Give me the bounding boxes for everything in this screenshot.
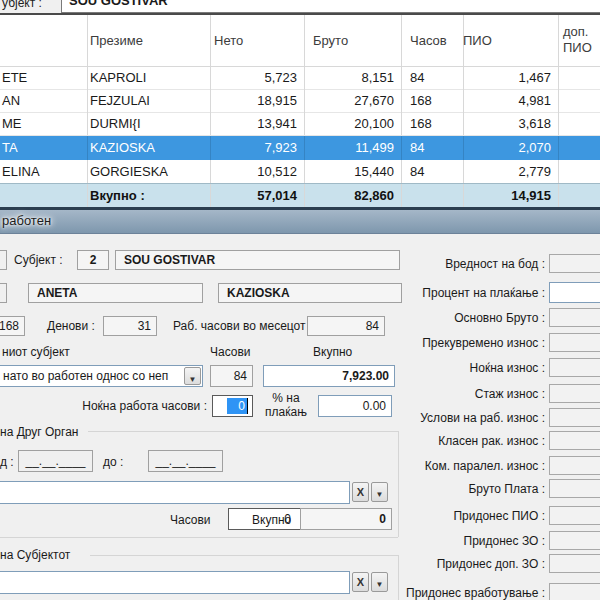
- cell-name: ELINA: [0, 160, 88, 183]
- value-field[interactable]: [549, 282, 600, 303]
- table-total-row: Вкупно : 57,014 82,860 14,915: [0, 183, 600, 208]
- cell-dop-pio: [559, 66, 600, 89]
- value-field: [549, 583, 600, 600]
- value-field: [549, 333, 600, 352]
- group-border: [0, 537, 398, 538]
- cell-pio: 2,779: [455, 160, 559, 183]
- total-label: Вкупно :: [85, 184, 211, 208]
- cell-neto: 18,915: [205, 89, 305, 112]
- first-name-field: ANETA: [28, 283, 203, 303]
- table-row[interactable]: ETE KAPROLI 5,723 8,151 84 1,467: [0, 66, 600, 90]
- cell-surname: KAPROLI: [85, 66, 211, 89]
- value-field: [549, 408, 600, 427]
- employment-group-label: ниот субјект: [2, 345, 70, 359]
- cell-dop-pio: [559, 136, 600, 160]
- month-hours-label: Раб. часови во месецот :: [173, 319, 312, 333]
- total-neto: 57,014: [205, 184, 305, 208]
- value-field: [549, 358, 600, 377]
- table-row[interactable]: AN FEJZULAI 18,915 27,670 168 4,981: [0, 89, 600, 113]
- field-label: Придонес доп. ЗО :: [360, 557, 545, 571]
- group-border: [90, 555, 398, 556]
- cell-surname: FEJZULAI: [85, 89, 211, 112]
- hours-header: Часови: [210, 345, 251, 359]
- subject-code-field: 2: [77, 250, 109, 270]
- cell-bruto: 11,499: [305, 136, 402, 160]
- field-label: Прекувремено износ :: [360, 336, 545, 350]
- from-date-input[interactable]: __.__.____: [18, 450, 93, 472]
- total-header: Вкупно: [313, 345, 352, 359]
- fund-hours-field: 168: [0, 316, 25, 336]
- field-label: Процент на плаќање :: [360, 286, 545, 300]
- total-pio: 14,915: [455, 184, 559, 208]
- field-label: Придонес ЗО :: [360, 534, 545, 548]
- value-field: [549, 254, 600, 273]
- cell-neto: 10,512: [205, 160, 305, 183]
- from-label: д :: [0, 455, 14, 469]
- value-field: [549, 506, 600, 525]
- col-name: [0, 15, 88, 66]
- subject-name-field: SOU GOSTIVAR: [115, 250, 400, 270]
- cell-surname: GORGIESKA: [85, 160, 211, 183]
- field-label: Бруто Плата :: [360, 482, 545, 496]
- cell-bruto: 27,670: [305, 89, 402, 112]
- table-row-selected[interactable]: TA KAZIOSKA 7,923 11,499 84 2,070: [0, 136, 600, 160]
- cell-dop-pio: [559, 160, 600, 183]
- table-row[interactable]: ME DURMI{I 13,941 20,100 168 3,618: [0, 112, 600, 136]
- col-neto: Нето: [205, 15, 305, 66]
- to-date-input[interactable]: __.__.____: [148, 450, 223, 472]
- cell-neto: 5,723: [205, 66, 305, 89]
- other-org-combo[interactable]: [0, 481, 350, 504]
- cell-pio: 2,070: [455, 136, 559, 160]
- employee-table: Презиме Нето Бруто Часов ПИО доп. ПИО ET…: [0, 15, 600, 207]
- subject-top-field[interactable]: SOU GOSTIVAR: [61, 0, 600, 13]
- night-hours-input[interactable]: 0: [212, 395, 253, 417]
- field-label: Придонес вработување :: [360, 586, 545, 600]
- cell-name: AN: [0, 89, 88, 112]
- col-surname: Презиме: [85, 15, 211, 66]
- subject-top-label: убјект :: [2, 0, 42, 10]
- days-label: Денови :: [47, 319, 95, 333]
- employee-caption-bar: работен: [0, 210, 600, 234]
- other-org-group-label: на Друг Орган: [0, 425, 78, 439]
- cell-dop-pio: [559, 112, 600, 135]
- cell-pio: 3,618: [455, 112, 559, 135]
- value-field: [549, 479, 600, 498]
- total2-label: Вкупно: [252, 513, 291, 527]
- chevron-down-icon[interactable]: ▼: [184, 367, 201, 385]
- value-field: [549, 554, 600, 573]
- cell-bruto: 15,440: [305, 160, 402, 183]
- field-label: Класен рак. износ :: [360, 434, 545, 448]
- field-label: Вредност на бод :: [360, 257, 545, 271]
- days-field: 31: [103, 316, 157, 336]
- pct-label-line2: плаќањ: [258, 405, 314, 419]
- field-label: Стаж износ :: [360, 387, 545, 401]
- col-pio: ПИО: [455, 15, 559, 66]
- field-label: Услови на раб. износ :: [360, 411, 545, 425]
- cell-dop-pio: [559, 89, 600, 112]
- subject-group-label: на Субјектот: [0, 548, 70, 562]
- cut-field: [0, 283, 7, 303]
- cell-bruto: 20,100: [305, 112, 402, 135]
- value-field: [549, 456, 600, 475]
- cell-name: TA: [0, 136, 88, 160]
- caption-text: работен: [2, 213, 51, 228]
- cell-pio: 1,467: [455, 66, 559, 89]
- subject-label: Субјект :: [14, 253, 63, 267]
- value-field: [549, 384, 600, 403]
- group-border: [88, 431, 398, 432]
- cell-surname: KAZIOSKA: [85, 136, 211, 160]
- cell-neto: 7,923: [205, 136, 305, 160]
- field-label: Придонес ПИО :: [360, 509, 545, 523]
- cell-name: ME: [0, 112, 88, 135]
- col-dop-pio: доп. ПИО: [559, 15, 600, 66]
- employment-dropdown[interactable]: нато во работен однос со неп: [0, 365, 203, 387]
- field-label: Ком. паралел. износ :: [360, 459, 545, 473]
- work-hours-field: 84: [210, 365, 253, 387]
- field-label: Основно Бруто :: [360, 311, 545, 325]
- table-row[interactable]: ELINA GORGIESKA 10,512 15,440 84 2,779: [0, 160, 600, 184]
- payroll-window: убјект : SOU GOSTIVAR Презиме Нето Бруто…: [0, 0, 600, 600]
- field-label: Ноќна износ :: [360, 361, 545, 375]
- subject-combo[interactable]: [0, 571, 350, 594]
- selected-text: 0: [227, 398, 248, 414]
- pct-label-line1: % на: [258, 391, 314, 405]
